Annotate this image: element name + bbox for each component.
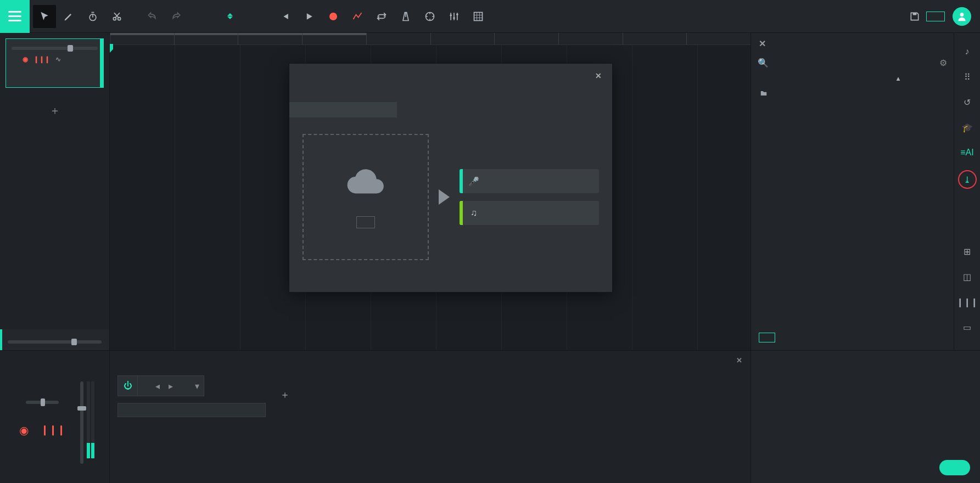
ruler-tick xyxy=(238,33,302,44)
device-chain-panel: ✕ ⏻ ◂ ▸ ▾ ＋ xyxy=(110,351,751,483)
modal-subtitle xyxy=(289,88,612,102)
library-tab-icon[interactable]: ♪ xyxy=(960,44,975,59)
add-track-button[interactable]: ＋ xyxy=(0,103,109,120)
playhead[interactable] xyxy=(110,33,110,350)
svg-rect-8 xyxy=(913,13,917,15)
pointer-tool[interactable] xyxy=(33,5,56,28)
ruler-tick xyxy=(558,33,623,44)
file-drop-zone[interactable] xyxy=(303,134,429,260)
mixer-track-title xyxy=(0,351,109,362)
master-track[interactable] xyxy=(0,329,109,350)
track-1[interactable]: ◉ ❙❙❙ ∿ xyxy=(5,38,104,88)
inst-icon[interactable]: ❙❙❙ xyxy=(41,424,65,437)
tracks-panel: ◉ ❙❙❙ ∿ ＋ xyxy=(0,33,110,350)
user-avatar[interactable] xyxy=(953,7,971,26)
learn-icon[interactable]: 🎓 xyxy=(960,120,975,135)
redo-button[interactable] xyxy=(165,5,188,28)
instrument-icon[interactable]: ❙❙❙ xyxy=(33,55,50,63)
next-preset-icon[interactable]: ▸ xyxy=(164,381,177,391)
save-icon[interactable] xyxy=(903,5,926,28)
edit-device-button[interactable] xyxy=(117,403,266,417)
library-tree xyxy=(751,86,954,325)
stopwatch-tool[interactable] xyxy=(81,5,104,28)
choose-file-button[interactable] xyxy=(356,216,375,228)
tab-5-stems[interactable] xyxy=(505,102,612,117)
send-message-button[interactable] xyxy=(939,460,970,475)
preset-dropdown-icon[interactable]: ▾ xyxy=(191,381,204,391)
metronome-button[interactable] xyxy=(394,5,417,28)
ruler-tick xyxy=(174,33,238,44)
mixer-strip: ◉ ❙❙❙ xyxy=(0,351,110,483)
ruler-tick xyxy=(110,33,174,44)
ruler-tick xyxy=(366,33,430,44)
arm-record-icon[interactable]: ◉ xyxy=(23,55,28,63)
buy-sounds-button[interactable] xyxy=(759,333,775,342)
filter-icon[interactable]: ⚙ xyxy=(939,58,947,68)
modal-close-button[interactable]: ✕ xyxy=(595,71,602,80)
sidebar-icon-d[interactable]: ▭ xyxy=(960,319,975,335)
ruler-tick xyxy=(686,33,751,44)
stem-accompaniment: ♫ xyxy=(460,201,599,225)
automation-icon[interactable] xyxy=(346,5,369,28)
cut-tool[interactable] xyxy=(105,5,128,28)
mic-icon: 🎤 xyxy=(463,176,485,187)
help-icon[interactable]: ↺ xyxy=(960,94,975,110)
cloud-upload-icon xyxy=(346,166,385,196)
tuning-icon[interactable] xyxy=(418,5,441,28)
upgrade-button[interactable] xyxy=(926,12,945,21)
device-volt-mini[interactable]: ⏻ ◂ ▸ ▾ xyxy=(117,375,204,396)
plus-icon: ＋ xyxy=(0,103,109,118)
sidebar-icon-b[interactable]: ◫ xyxy=(960,269,975,284)
sound-library-panel: ✕ 🔍 ⚙ ▴ xyxy=(751,33,954,350)
volume-fader[interactable] xyxy=(80,381,83,464)
add-device-button[interactable]: ＋ xyxy=(280,388,294,401)
master-volume-slider[interactable] xyxy=(8,340,102,344)
close-library-button[interactable]: ✕ xyxy=(759,38,766,49)
play-button[interactable] xyxy=(298,5,321,28)
record-button[interactable] xyxy=(322,5,345,28)
sidebar-icon-a[interactable]: ⊞ xyxy=(960,244,975,259)
ruler-tick xyxy=(494,33,558,44)
pencil-tool[interactable] xyxy=(57,5,80,28)
close-icon[interactable]: ✕ xyxy=(736,356,743,364)
arrow-right-icon xyxy=(439,189,450,205)
svg-rect-7 xyxy=(474,12,483,20)
automation-icon[interactable]: ∿ xyxy=(55,55,61,63)
menu-button[interactable] xyxy=(0,0,30,33)
track-volume-slider[interactable] xyxy=(12,47,98,50)
power-icon[interactable]: ⏻ xyxy=(118,376,138,396)
stem-vocals: 🎤 xyxy=(460,169,599,193)
loop-button[interactable] xyxy=(370,5,393,28)
svg-rect-5 xyxy=(453,17,455,19)
ai-splitter-icon[interactable]: ⤓ xyxy=(958,170,977,189)
folder-free[interactable] xyxy=(751,86,954,101)
ruler-tick xyxy=(302,33,366,44)
ai-tools-icon[interactable]: ≡AI xyxy=(960,145,975,160)
search-input[interactable] xyxy=(773,58,935,68)
col-name[interactable] xyxy=(759,75,897,82)
svg-rect-4 xyxy=(450,14,452,16)
prev-preset-icon[interactable]: ◂ xyxy=(151,381,164,391)
svg-rect-6 xyxy=(456,14,458,15)
top-toolbar xyxy=(0,0,980,33)
pan-fader[interactable] xyxy=(9,401,75,404)
midi-tab-icon[interactable]: ⠿ xyxy=(960,69,975,85)
tab-4-stems[interactable] xyxy=(397,102,505,117)
timeline-ruler[interactable] xyxy=(110,33,751,45)
search-icon: 🔍 xyxy=(758,58,769,68)
music-note-icon: ♫ xyxy=(463,208,485,218)
mixer-icon[interactable] xyxy=(443,5,466,28)
svg-point-9 xyxy=(960,13,964,16)
rewind-button[interactable] xyxy=(273,5,296,28)
col-key[interactable] xyxy=(924,75,946,82)
bpm-display[interactable] xyxy=(211,13,240,19)
ai-splitter-modal: ✕ 🎤 ♫ xyxy=(289,63,613,293)
right-sidebar: ♪ ⠿ ↺ 🎓 ≡AI ⤓ ⊞ ◫ ❙❙❙ ▭ xyxy=(954,33,980,350)
undo-button[interactable] xyxy=(141,5,164,28)
sidebar-icon-c[interactable]: ❙❙❙ xyxy=(960,294,975,310)
arm-icon[interactable]: ◉ xyxy=(19,424,29,437)
ruler-tick xyxy=(430,33,495,44)
grid-icon[interactable] xyxy=(467,5,490,28)
col-bpm[interactable]: ▴ xyxy=(897,75,924,82)
tab-2-stems[interactable] xyxy=(289,102,397,117)
